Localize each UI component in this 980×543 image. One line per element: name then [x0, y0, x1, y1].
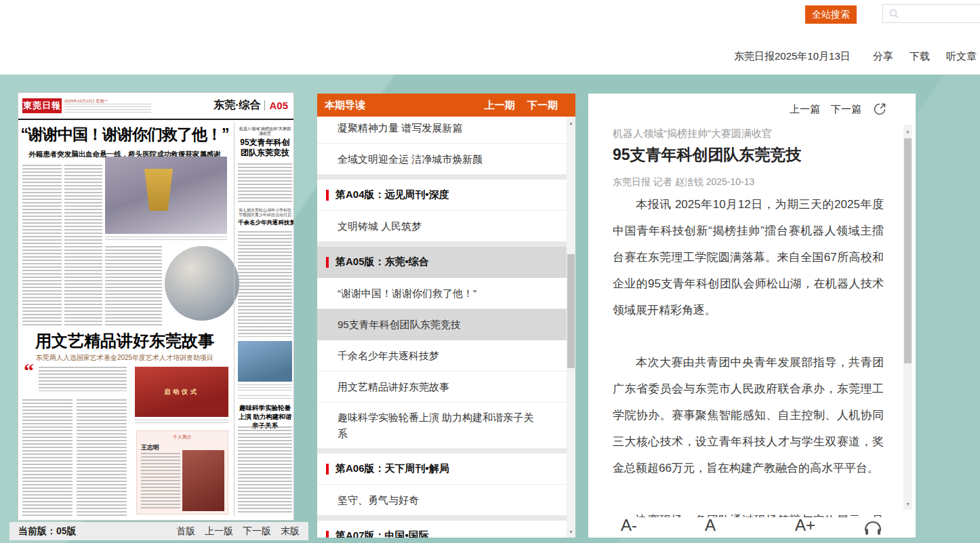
- section-red-bar: [326, 464, 329, 475]
- toc-section-divider: [317, 516, 567, 521]
- issue-date-label: 东莞日报2025年10月13日: [734, 50, 851, 63]
- newsprint-text-lines: [105, 246, 162, 326]
- first-page-link[interactable]: 首版: [176, 525, 195, 536]
- top-bar: 全站搜索 东莞日报2025年10月13日 分享 下载 听文章: [0, 0, 980, 75]
- article-content: 机器人领域“揭榜挂帅”大赛圆满收官 95支青年科创团队东莞竞技 东莞日报 记者 …: [613, 123, 884, 519]
- issue-toc-panel: 本期导读 上一期 下一期 凝聚精神力量 谱写发展新篇全域文明迎全运 洁净城市焕新…: [317, 94, 575, 538]
- issue-meta-row: 东莞日报2025年10月13日 分享 下载 听文章: [0, 49, 980, 64]
- newspaper-page-number: A05: [269, 100, 288, 111]
- profile-title: 个人简介: [137, 434, 228, 441]
- scroll-down-arrow[interactable]: ▼: [903, 499, 912, 508]
- scrollbar-thumb[interactable]: [904, 138, 912, 363]
- masthead-rule: [18, 119, 294, 120]
- right-column-kicker-2: 第七届东莞松山湖中小学科技节暨园区青少年科技活动月启动: [238, 208, 292, 218]
- font-larger-button[interactable]: A+: [795, 516, 815, 535]
- photo-patient-circle: [165, 246, 239, 321]
- section-red-bar: [326, 257, 329, 268]
- section-red-bar: [326, 190, 329, 201]
- scrollbar-thumb[interactable]: [567, 254, 575, 368]
- prev-issue-link[interactable]: 上一期: [485, 99, 515, 110]
- toc-section-label: 第A07版：中国•国际: [335, 529, 429, 538]
- download-link[interactable]: 下载: [910, 50, 930, 63]
- toc-section-header[interactable]: 第A05版：东莞•综合: [317, 247, 567, 278]
- right-column-kicker: 机器人领域“揭榜挂帅”大赛圆满收官: [238, 127, 292, 136]
- toc-article-item[interactable]: 95支青年科创团队东莞竞技: [317, 309, 567, 340]
- toc-section-divider: [317, 449, 567, 454]
- article-byline: 东莞日报 记者 赵浛锐 2025-10-13: [613, 176, 884, 188]
- photo-caption-lines: [135, 420, 228, 425]
- photo-students-vr: [238, 341, 292, 382]
- newsprint-text-lines: [238, 163, 292, 203]
- column-divider: [234, 123, 234, 516]
- next-article-link[interactable]: 下一篇: [831, 103, 861, 116]
- masthead-info-lines: [64, 104, 151, 113]
- toc-section-label: 第A06版：天下周刊•解局: [335, 462, 449, 475]
- toc-article-item[interactable]: 全域文明迎全运 洁净城市焕新颜: [317, 144, 567, 175]
- lead-headline: “谢谢中国！谢谢你们救了他！”: [20, 124, 230, 145]
- article-paragraph: 本次大赛由共青团中央青年发展部指导，共青团广东省委员会与东莞市人民政府联合承办，…: [613, 349, 884, 481]
- article-paragraph: 本报讯 2025年10月12日，为期三天的2025年度中国青年科技创新“揭榜挂帅…: [613, 191, 884, 323]
- toc-section-header[interactable]: 第A07版：中国•国际: [317, 521, 567, 538]
- article-scrollbar[interactable]: ▲ ▼: [903, 125, 912, 510]
- feature-headline: 用文艺精品讲好东莞故事: [20, 330, 230, 352]
- toc-scrollbar[interactable]: ▲ ▼: [567, 117, 575, 538]
- article-kicker: 机器人领域“揭榜挂帅”大赛圆满收官: [613, 127, 884, 140]
- quote-mark: “: [24, 364, 34, 378]
- toc-section-label: 第A05版：东莞•综合: [335, 256, 429, 268]
- right-column-headline-1: 95支青年科创团队东莞竞技: [238, 138, 292, 158]
- search-input[interactable]: [882, 4, 980, 23]
- newsprint-text-lines: [22, 399, 73, 516]
- toc-section-label: 第A04版：远见周刊•深度: [335, 188, 449, 201]
- article-header-nav: 上一篇 下一篇: [790, 102, 887, 117]
- newsprint-text-lines: [238, 231, 292, 337]
- article-panel: 上一篇 下一篇 机器人领域“揭榜挂帅”大赛圆满收官 95支青年科创团队东莞竞技 …: [588, 94, 916, 538]
- toc-article-item[interactable]: 用文艺精品讲好东莞故事: [317, 371, 567, 403]
- profile-photo: [182, 450, 224, 511]
- page: 全站搜索 东莞日报2025年10月13日 分享 下载 听文章 東莞日報 2025…: [0, 0, 980, 543]
- scroll-up-arrow[interactable]: ▲: [567, 118, 575, 127]
- page-navigation-bar: 当前版：05版 首版 上一版 下一版 末版: [9, 522, 308, 540]
- toc-section-divider: [317, 175, 567, 180]
- open-external-icon[interactable]: [872, 102, 887, 117]
- site-search-button[interactable]: 全站搜索: [805, 5, 857, 24]
- toc-list: 凝聚精神力量 谱写发展新篇全域文明迎全运 洁净城市焕新颜第A04版：远见周刊•深…: [317, 113, 567, 538]
- right-column-headline-2: 千余名少年共逐科技梦: [238, 219, 292, 227]
- last-page-link[interactable]: 末版: [281, 525, 300, 536]
- toc-article-item[interactable]: 趣味科学实验轮番上演 助力构建和谐亲子关系: [317, 403, 567, 449]
- toc-article-item[interactable]: 文明铸城 人民筑梦: [317, 211, 567, 242]
- toc-title: 本期导读: [325, 99, 365, 112]
- quote-text-lines: [39, 367, 127, 391]
- newsprint-text-lines: [238, 426, 292, 515]
- prev-article-link[interactable]: 上一篇: [790, 103, 820, 116]
- photo-hospital-group: [105, 157, 227, 234]
- section-red-bar: [326, 531, 329, 538]
- toc-section-divider: [317, 242, 567, 247]
- font-normal-button[interactable]: A: [705, 516, 716, 535]
- toc-article-item[interactable]: “谢谢中国！谢谢你们救了他！”: [317, 278, 567, 309]
- toc-article-item[interactable]: 坚守、勇气与好奇: [317, 485, 567, 516]
- prev-page-link[interactable]: 上一版: [205, 525, 233, 536]
- launch-ceremony-overlay-text: 启动仪式: [164, 388, 199, 397]
- next-page-link[interactable]: 下一版: [243, 525, 271, 536]
- profile-box: 个人简介 王志明: [136, 430, 228, 515]
- article-toolbar: A- A A+: [588, 517, 916, 538]
- newsprint-text-lines: [64, 165, 102, 326]
- photo-caption-lines: [105, 237, 227, 242]
- toc-section-header[interactable]: 第A06版：天下周刊•解局: [317, 454, 567, 485]
- toc-article-item[interactable]: 千余名少年共逐科技梦: [317, 340, 567, 371]
- listen-article-link[interactable]: 听文章: [946, 50, 977, 63]
- scroll-down-arrow[interactable]: ▼: [567, 527, 575, 536]
- article-title: 95支青年科创团队东莞竞技: [613, 144, 884, 165]
- scroll-up-arrow[interactable]: ▲: [903, 126, 912, 136]
- toc-section-header[interactable]: 第A04版：远见周刊•深度: [317, 180, 567, 211]
- newspaper-section-label: 东莞·综合 A05: [213, 98, 288, 113]
- newspaper-page-preview[interactable]: 東莞日報 2025年10月13日 星期一 东莞·综合 A05 “谢谢中国！谢谢你…: [18, 92, 294, 521]
- newsprint-text-lines: [22, 165, 62, 326]
- profile-text-lines: [141, 453, 180, 510]
- toc-article-item[interactable]: 凝聚精神力量 谱写发展新篇: [317, 113, 567, 144]
- next-issue-link[interactable]: 下一期: [527, 99, 558, 110]
- headphones-icon[interactable]: [865, 521, 881, 531]
- article-body: 本报讯 2025年10月12日，为期三天的2025年度中国青年科技创新“揭榜挂帅…: [613, 191, 884, 519]
- font-smaller-button[interactable]: A-: [621, 516, 637, 535]
- share-link[interactable]: 分享: [873, 50, 893, 63]
